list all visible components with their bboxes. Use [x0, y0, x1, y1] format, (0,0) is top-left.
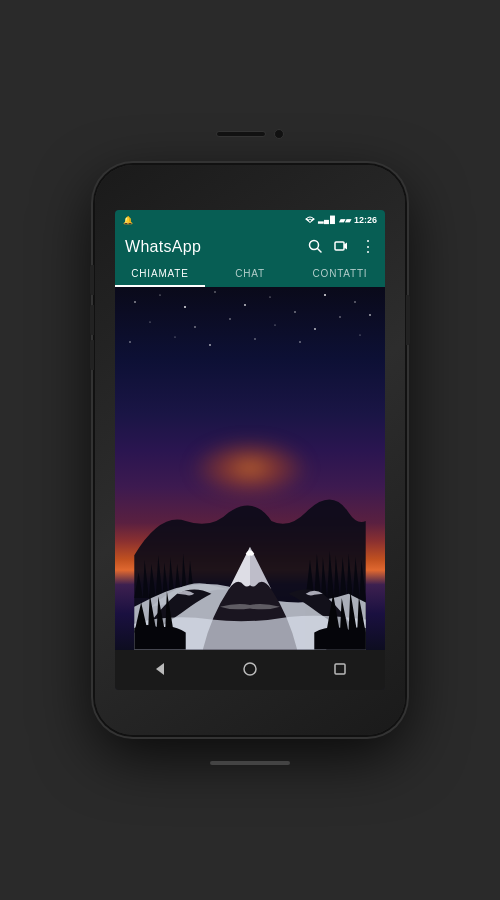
tab-chiamate[interactable]: CHIAMATE	[115, 260, 205, 287]
svg-point-8	[184, 306, 186, 308]
signal-icon: ▂▄█	[318, 216, 336, 224]
svg-point-29	[244, 663, 256, 675]
battery-icon: ▰▰	[339, 216, 351, 225]
navigation-bar	[115, 650, 385, 690]
clock: 12:26	[354, 215, 377, 225]
svg-marker-28	[156, 663, 164, 675]
speaker	[216, 131, 266, 137]
home-button[interactable]	[235, 661, 265, 680]
notification-icon: 🔔	[123, 216, 133, 225]
svg-rect-4	[335, 242, 344, 250]
mountain-svg	[115, 341, 385, 650]
recents-button[interactable]	[325, 661, 355, 680]
phone-top	[95, 129, 405, 139]
svg-point-11	[269, 296, 270, 297]
svg-point-20	[314, 328, 316, 330]
more-menu-icon[interactable]: ⋮	[360, 239, 375, 255]
svg-point-6	[134, 301, 136, 303]
search-icon[interactable]	[308, 239, 322, 256]
svg-rect-30	[335, 664, 345, 674]
wifi-icon	[305, 215, 315, 225]
status-left: 🔔	[123, 216, 133, 225]
svg-point-23	[174, 336, 175, 337]
svg-point-12	[294, 311, 296, 313]
svg-point-19	[274, 324, 275, 325]
svg-point-15	[369, 314, 371, 316]
status-bar: 🔔 ▂▄█ ▰▰ 12:26	[115, 210, 385, 230]
home-indicator	[210, 761, 290, 765]
svg-point-17	[194, 326, 196, 328]
svg-line-3	[318, 248, 322, 252]
scene-content	[115, 287, 385, 650]
tabs-bar: CHIAMATE CHAT CONTATTI	[115, 260, 385, 287]
svg-point-25	[254, 338, 255, 339]
app-actions: ⋮	[308, 239, 375, 256]
svg-point-10	[244, 304, 246, 306]
svg-point-13	[324, 294, 326, 296]
svg-point-18	[229, 318, 230, 319]
tab-chat[interactable]: CHAT	[205, 260, 295, 287]
svg-point-7	[159, 294, 160, 295]
svg-point-14	[354, 301, 355, 302]
tab-contatti[interactable]: CONTATTI	[295, 260, 385, 287]
svg-point-27	[359, 334, 360, 335]
svg-point-21	[339, 316, 340, 317]
mountain-scene	[115, 287, 385, 650]
app-bar: WhatsApp ⋮	[115, 230, 385, 260]
svg-point-16	[149, 321, 150, 322]
status-right: ▂▄█ ▰▰ 12:26	[305, 215, 377, 225]
front-camera	[274, 129, 284, 139]
back-button[interactable]	[145, 661, 175, 680]
screen: 🔔 ▂▄█ ▰▰ 12:26 WhatsApp	[115, 210, 385, 690]
app-title: WhatsApp	[125, 238, 201, 256]
svg-point-9	[214, 291, 215, 292]
video-call-icon[interactable]	[334, 239, 348, 256]
phone-frame: 🔔 ▂▄█ ▰▰ 12:26 WhatsApp	[95, 165, 405, 735]
